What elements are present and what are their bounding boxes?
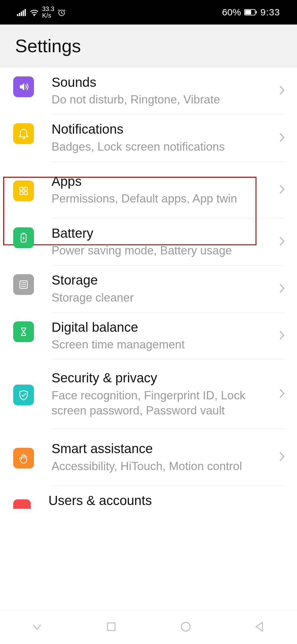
row-title: Battery: [52, 225, 273, 241]
row-text: Digital balance Screen time management: [52, 319, 279, 352]
svg-rect-8: [245, 10, 251, 14]
row-subtitle: Do not disturb, Ringtone, Vibrate: [52, 92, 273, 107]
row-storage[interactable]: Storage Storage cleaner: [0, 265, 297, 312]
status-bar: 33.3 K/s 60% 9:33: [0, 0, 297, 25]
svg-rect-0: [17, 14, 18, 16]
svg-rect-4: [25, 9, 26, 16]
svg-rect-20: [107, 623, 115, 630]
nav-back-icon[interactable]: [253, 620, 267, 635]
row-sounds[interactable]: Sounds Do not disturb, Ringtone, Vibrate: [0, 68, 297, 114]
svg-rect-11: [24, 187, 27, 190]
row-security-privacy[interactable]: Security & privacy Face recognition, Fin…: [0, 359, 297, 429]
battery-icon: [244, 9, 257, 16]
chevron-right-icon: [279, 132, 285, 144]
row-text: Users & accounts: [48, 493, 285, 508]
svg-rect-12: [20, 192, 23, 195]
row-text: Battery Power saving mode, Battery usage: [52, 225, 279, 258]
alarm-icon: [58, 8, 66, 16]
chevron-right-icon: [279, 283, 285, 295]
row-title: Notifications: [52, 121, 273, 137]
row-subtitle: Badges, Lock screen notifications: [52, 139, 273, 154]
chevron-right-icon: [279, 236, 285, 248]
row-text: Security & privacy Face recognition, Fin…: [52, 370, 279, 418]
wifi-icon: [30, 8, 39, 16]
settings-list: Sounds Do not disturb, Ringtone, Vibrate…: [0, 68, 297, 509]
hand-icon: [13, 448, 34, 469]
svg-point-5: [34, 15, 35, 16]
chevron-right-icon: [279, 85, 285, 97]
row-text: Smart assistance Accessibility, HiTouch,…: [52, 441, 279, 474]
row-title: Apps: [52, 174, 273, 189]
network-speed-unit: K/s: [42, 12, 54, 19]
status-right: 60% 9:33: [222, 7, 280, 18]
svg-rect-2: [21, 12, 22, 16]
row-subtitle: Permissions, Default apps, App twin: [52, 191, 273, 206]
chevron-right-icon: [279, 330, 285, 342]
svg-rect-1: [19, 13, 20, 16]
navigation-bar: [0, 610, 297, 644]
svg-rect-3: [23, 10, 24, 16]
row-title: Security & privacy: [52, 370, 273, 386]
user-icon: [13, 499, 31, 509]
svg-rect-13: [24, 192, 27, 195]
row-subtitle: Face recognition, Fingerprint ID, Lock s…: [52, 388, 273, 418]
row-battery[interactable]: Battery Power saving mode, Battery usage: [0, 219, 297, 265]
bell-icon: [13, 123, 34, 144]
hourglass-icon: [13, 321, 34, 342]
shield-icon: [13, 385, 34, 405]
row-subtitle: Accessibility, HiTouch, Motion control: [52, 459, 273, 474]
svg-rect-15: [22, 233, 25, 234]
row-smart-assistance[interactable]: Smart assistance Accessibility, HiTouch,…: [0, 429, 297, 486]
row-text: Apps Permissions, Default apps, App twin: [52, 174, 279, 206]
apps-grid-icon: [13, 180, 34, 201]
chevron-right-icon: [279, 451, 285, 463]
page-title: Settings: [15, 35, 282, 56]
row-text: Sounds Do not disturb, Ringtone, Vibrate: [52, 75, 279, 107]
nav-recent-icon[interactable]: [104, 620, 118, 635]
row-digital-balance[interactable]: Digital balance Screen time management: [0, 313, 297, 359]
row-title: Smart assistance: [52, 441, 273, 457]
cellular-signal-icon: [17, 8, 26, 16]
row-subtitle: Screen time management: [52, 337, 273, 352]
svg-point-21: [181, 622, 190, 631]
network-speed: 33.3 K/s: [42, 6, 54, 19]
nav-home-icon[interactable]: [179, 620, 193, 635]
nav-hide-icon[interactable]: [30, 620, 44, 635]
battery-charge-icon: [13, 227, 34, 248]
storage-icon: [13, 274, 34, 295]
chevron-right-icon: [279, 388, 285, 400]
svg-rect-10: [20, 187, 23, 190]
row-title: Users & accounts: [48, 493, 279, 508]
svg-rect-9: [256, 11, 257, 14]
row-subtitle: Power saving mode, Battery usage: [52, 243, 273, 258]
header: Settings: [0, 25, 297, 68]
row-text: Storage Storage cleaner: [52, 272, 279, 305]
status-time: 9:33: [261, 7, 280, 18]
network-speed-value: 33.3: [42, 6, 54, 12]
row-apps[interactable]: Apps Permissions, Default apps, App twin: [0, 162, 297, 218]
status-left: 33.3 K/s: [17, 6, 66, 19]
row-title: Digital balance: [52, 319, 273, 335]
row-users-accounts[interactable]: Users & accounts: [0, 486, 297, 508]
chevron-right-icon: [279, 184, 285, 196]
row-title: Storage: [52, 272, 273, 288]
row-title: Sounds: [52, 75, 273, 90]
row-notifications[interactable]: Notifications Badges, Lock screen notifi…: [0, 114, 297, 161]
speaker-icon: [13, 76, 34, 97]
battery-percentage: 60%: [222, 7, 241, 18]
row-subtitle: Storage cleaner: [52, 290, 273, 305]
row-text: Notifications Badges, Lock screen notifi…: [52, 121, 279, 154]
